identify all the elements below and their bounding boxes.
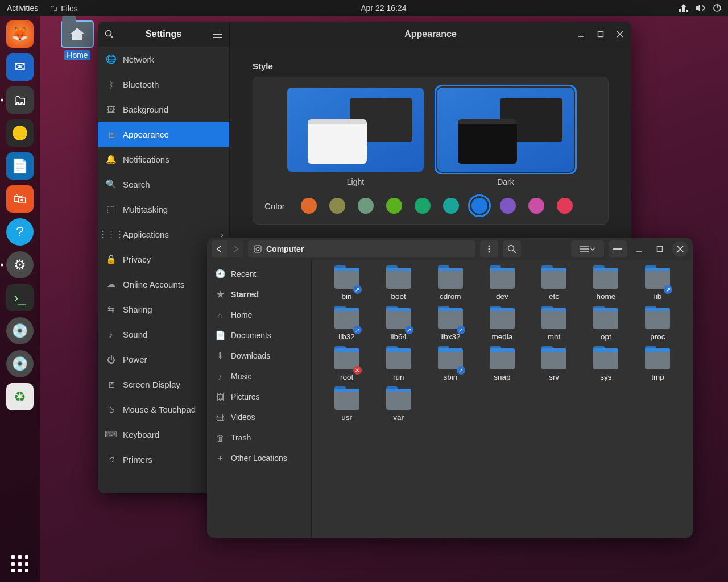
- settings-nav-network[interactable]: 🌐Network: [98, 47, 229, 72]
- settings-nav-label: Screen Display: [123, 380, 180, 389]
- activities-button[interactable]: Activities: [7, 3, 38, 13]
- folder-root[interactable]: ✕root: [322, 347, 372, 387]
- show-applications-button[interactable]: [10, 554, 30, 574]
- folder-label: media: [477, 332, 527, 341]
- color-swatch-6[interactable]: [471, 198, 487, 214]
- places-documents[interactable]: 📄Documents: [207, 325, 311, 346]
- dock-app-trash[interactable]: ♻: [6, 383, 34, 410]
- folder-lib32[interactable]: ↗lib32: [322, 306, 372, 347]
- dock-app-help[interactable]: ?: [6, 218, 34, 246]
- nav-back-button[interactable]: [212, 240, 228, 257]
- clock[interactable]: Apr 22 16:24: [361, 3, 406, 13]
- desktop-icon-home[interactable]: Home: [57, 20, 98, 60]
- files-search-button[interactable]: [503, 240, 521, 257]
- color-swatch-4[interactable]: [415, 198, 431, 214]
- applications-icon: ⋮⋮⋮: [106, 229, 116, 239]
- theme-option-light[interactable]: Light: [287, 88, 424, 186]
- folder-lib[interactable]: ↗lib: [632, 266, 682, 306]
- color-swatch-8[interactable]: [528, 198, 544, 214]
- folder-proc[interactable]: proc: [632, 306, 682, 347]
- folder-var[interactable]: var: [374, 387, 424, 427]
- settings-nav-appearance[interactable]: 🖥Appearance: [98, 122, 229, 147]
- system-tray[interactable]: [679, 4, 721, 12]
- dock-app-firefox[interactable]: 🦊: [6, 20, 34, 48]
- files-maximize-button[interactable]: [652, 241, 668, 257]
- places-music[interactable]: ♪Music: [207, 366, 311, 386]
- settings-nav-bluetooth[interactable]: ᛒBluetooth: [98, 72, 229, 97]
- settings-nav-search[interactable]: 🔍Search: [98, 172, 229, 197]
- dock-app-disk2[interactable]: 💿: [6, 350, 34, 377]
- power-icon[interactable]: [713, 4, 721, 12]
- search-icon: 🔍: [106, 179, 116, 189]
- network-icon[interactable]: [679, 4, 688, 12]
- settings-nav-multitasking[interactable]: ⬚Multitasking: [98, 197, 229, 222]
- places-recent[interactable]: 🕘Recent: [207, 264, 311, 284]
- folder-bin[interactable]: ↗bin: [322, 266, 372, 306]
- places-videos[interactable]: 🎞Videos: [207, 407, 311, 427]
- folder-tmp[interactable]: tmp: [632, 347, 682, 387]
- folder-opt[interactable]: opt: [581, 306, 631, 347]
- color-swatch-5[interactable]: [443, 198, 459, 214]
- dock-app-rhythmbox[interactable]: [6, 119, 34, 147]
- folder-home-icon: [61, 20, 94, 48]
- folder-media[interactable]: media: [477, 306, 527, 347]
- places-home[interactable]: ⌂Home: [207, 305, 311, 325]
- folder-dev[interactable]: dev: [477, 266, 527, 306]
- dock-app-files[interactable]: 🗂: [6, 86, 34, 114]
- folder-snap[interactable]: snap: [477, 347, 527, 387]
- dock-app-settings[interactable]: ⚙: [6, 251, 34, 278]
- folder-sys[interactable]: sys: [581, 347, 631, 387]
- path-bar[interactable]: Computer: [248, 240, 475, 257]
- color-swatch-9[interactable]: [557, 198, 573, 214]
- volume-icon[interactable]: [696, 4, 705, 12]
- folder-label: lib64: [374, 332, 424, 341]
- folder-sbin[interactable]: ↗sbin: [425, 347, 475, 387]
- color-swatch-7[interactable]: [500, 198, 516, 214]
- pictures-icon: 🖼: [215, 392, 225, 402]
- dock-app-terminal[interactable]: ›_: [6, 284, 34, 311]
- theme-option-dark[interactable]: Dark: [437, 88, 574, 186]
- close-button[interactable]: [612, 26, 628, 42]
- settings-nav-background[interactable]: 🖼Background: [98, 97, 229, 122]
- svg-point-10: [489, 251, 490, 253]
- app-menu[interactable]: 🗂 Files: [48, 3, 77, 13]
- folder-run[interactable]: run: [374, 347, 424, 387]
- places-starred[interactable]: ★Starred: [207, 284, 311, 305]
- folder-label: sbin: [425, 373, 475, 381]
- kebab-menu-button[interactable]: [480, 240, 498, 257]
- color-swatch-2[interactable]: [358, 198, 374, 214]
- folder-icon: [386, 390, 411, 410]
- color-swatch-3[interactable]: [386, 198, 402, 214]
- files-close-button[interactable]: [672, 241, 688, 257]
- mouse-touchpad-icon: 🖱: [106, 404, 116, 414]
- dock-app-software[interactable]: 🛍: [6, 185, 34, 213]
- places-other-locations[interactable]: ＋Other Locations: [207, 448, 311, 468]
- files-minimize-button[interactable]: [631, 241, 647, 257]
- view-list-button[interactable]: [571, 240, 604, 257]
- maximize-button[interactable]: [593, 26, 609, 42]
- search-button[interactable]: [101, 26, 117, 42]
- folder-lib64[interactable]: ↗lib64: [374, 306, 424, 347]
- places-trash[interactable]: 🗑Trash: [207, 427, 311, 448]
- minimize-button[interactable]: [573, 26, 589, 42]
- nav-forward-button[interactable]: [228, 240, 243, 257]
- dock-app-writer[interactable]: 📄: [6, 152, 34, 180]
- hamburger-menu-button[interactable]: [210, 26, 226, 42]
- folder-home[interactable]: home: [581, 266, 631, 306]
- folder-boot[interactable]: boot: [374, 266, 424, 306]
- dock-app-disk1[interactable]: 💿: [6, 317, 34, 344]
- folder-mnt[interactable]: mnt: [529, 306, 579, 347]
- folder-srv[interactable]: srv: [529, 347, 579, 387]
- folder-usr[interactable]: usr: [322, 387, 372, 427]
- color-swatch-1[interactable]: [329, 198, 345, 214]
- folder-etc[interactable]: etc: [529, 266, 579, 306]
- files-hamburger-button[interactable]: [609, 240, 627, 257]
- places-downloads[interactable]: ⬇Downloads: [207, 346, 311, 366]
- folder-libx32[interactable]: ↗libx32: [425, 306, 475, 347]
- settings-nav-notifications[interactable]: 🔔Notifications: [98, 147, 229, 172]
- places-pictures[interactable]: 🖼Pictures: [207, 386, 311, 407]
- dock-app-thunderbird[interactable]: ✉: [6, 53, 34, 81]
- files-grid[interactable]: ↗binbootcdromdevetchome↗lib↗lib32↗lib64↗…: [312, 260, 693, 538]
- color-swatch-0[interactable]: [301, 198, 317, 214]
- folder-cdrom[interactable]: cdrom: [425, 266, 475, 306]
